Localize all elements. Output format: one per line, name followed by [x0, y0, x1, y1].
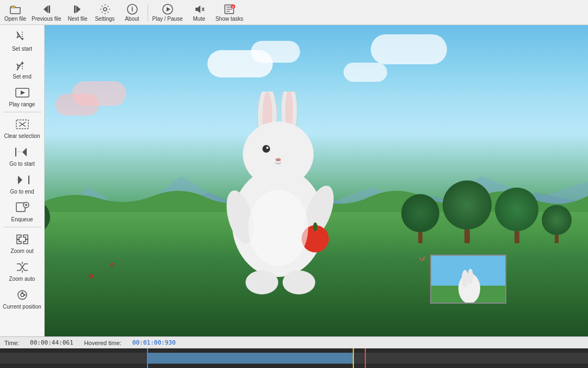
svg-marker-9	[167, 7, 170, 11]
open-file-button[interactable]: Open file	[2, 1, 28, 24]
time-label: Time:	[4, 340, 19, 346]
tree-group-right	[401, 180, 572, 243]
flower-left-2: ✿	[110, 262, 114, 268]
play-range-button[interactable]: Play range	[2, 83, 43, 110]
show-tasks-icon: 1	[223, 3, 236, 15]
cloud-4	[371, 34, 447, 64]
prev-file-icon	[40, 3, 53, 15]
preview-thumb-inner	[431, 256, 505, 303]
timeline-marker-current[interactable]	[353, 348, 354, 368]
cloud-3	[344, 63, 387, 82]
next-file-label: Next file	[68, 16, 87, 22]
svg-marker-3	[76, 5, 81, 13]
current-position-button[interactable]: Current position	[2, 285, 43, 312]
toolbar: Open file Previous file Next file Settin…	[0, 0, 588, 25]
play-pause-button[interactable]: Play / Pause	[150, 1, 185, 24]
svg-point-50	[266, 147, 268, 149]
mute-button[interactable]: Mute	[186, 1, 212, 24]
toolbar-separator-1	[148, 4, 148, 21]
svg-marker-30	[22, 148, 27, 156]
cloud-6	[56, 94, 99, 116]
clear-selection-button[interactable]: Clear selection	[2, 114, 43, 141]
play-range-icon	[14, 85, 31, 100]
clear-selection-label: Clear selection	[4, 133, 40, 139]
mute-label: Mute	[193, 16, 205, 22]
current-position-icon	[14, 287, 31, 303]
time-value: 00:00:44:061	[30, 339, 73, 346]
next-file-button[interactable]: Next file	[65, 1, 91, 24]
show-tasks-button[interactable]: 1 Show tasks	[213, 1, 246, 24]
sidebar: Set start Set end Play range	[0, 25, 45, 336]
butterfly-1: 🦋	[419, 256, 425, 262]
go-to-start-icon: ···	[14, 144, 31, 160]
timeline[interactable]	[0, 348, 588, 368]
play-pause-label: Play / Pause	[152, 16, 183, 22]
svg-point-5	[103, 8, 107, 11]
svg-point-59	[248, 190, 308, 266]
bunny-character	[218, 92, 360, 299]
zoom-out-icon	[14, 232, 31, 247]
enqueue-button[interactable]: Enqueue	[2, 198, 43, 225]
svg-marker-1	[44, 5, 48, 13]
svg-marker-24	[21, 91, 25, 95]
tree-group-left	[45, 201, 50, 243]
settings-icon	[99, 3, 112, 15]
play-pause-icon	[161, 3, 174, 15]
clear-selection-icon	[14, 117, 31, 132]
prev-file-button[interactable]: Previous file	[29, 1, 63, 24]
timeline-marker-end[interactable]	[365, 348, 366, 368]
set-end-label: Set end	[13, 74, 31, 80]
hovered-time-label: Hovered time:	[84, 340, 121, 346]
enqueue-label: Enqueue	[11, 216, 33, 222]
zoom-out-label: Zoom out	[10, 248, 33, 254]
statusbar: Time: 00:00:44:061 Hovered time: 00:01:0…	[0, 336, 588, 348]
zoom-out-button[interactable]: Zoom out	[2, 230, 43, 256]
svg-point-51	[275, 158, 281, 161]
svg-marker-43	[24, 294, 26, 296]
svg-text:···: ···	[17, 149, 22, 154]
go-to-start-button[interactable]: ··· Go to start	[2, 142, 43, 169]
next-file-icon	[71, 3, 84, 15]
open-file-icon	[9, 3, 22, 15]
svg-point-58	[283, 270, 315, 294]
set-start-button[interactable]: Set start	[2, 27, 43, 54]
svg-rect-4	[74, 5, 76, 13]
set-start-icon	[14, 29, 31, 45]
svg-point-63	[462, 270, 468, 287]
enqueue-icon	[14, 200, 31, 215]
go-to-start-label: Go to start	[9, 161, 35, 167]
svg-point-64	[468, 269, 473, 284]
play-range-label: Play range	[9, 101, 35, 107]
svg-point-57	[246, 270, 278, 294]
svg-marker-42	[21, 291, 23, 293]
svg-marker-22	[21, 62, 24, 64]
zoom-auto-icon	[14, 260, 31, 275]
zoom-auto-label: Zoom auto	[9, 276, 35, 282]
video-canvas: ✿ ✿ 🦋 🦋	[45, 25, 588, 336]
timeline-marker-start[interactable]	[147, 348, 148, 368]
main-area: Set start Set end Play range	[0, 25, 588, 336]
settings-button[interactable]: Settings	[92, 1, 118, 24]
svg-point-41	[21, 293, 24, 297]
prev-file-label: Previous file	[32, 16, 61, 22]
open-file-label: Open file	[4, 16, 26, 22]
go-to-end-label: Go to end	[10, 189, 34, 195]
svg-point-49	[262, 145, 270, 153]
svg-marker-10	[195, 5, 200, 13]
timeline-selection[interactable]	[147, 353, 353, 364]
go-to-end-button[interactable]: ··· Go to end	[2, 170, 43, 197]
svg-rect-2	[48, 5, 50, 13]
set-end-icon	[14, 57, 31, 73]
go-to-end-icon: ···	[14, 172, 31, 188]
show-tasks-label: Show tasks	[216, 16, 243, 22]
sidebar-sep-2	[3, 227, 41, 227]
zoom-auto-button[interactable]: Zoom auto	[2, 257, 43, 284]
sidebar-sep-1	[3, 112, 41, 112]
set-end-button[interactable]: Set end	[2, 55, 43, 82]
svg-text:i: i	[131, 5, 133, 13]
about-icon: i	[126, 3, 139, 15]
about-button[interactable]: i About	[119, 1, 145, 24]
mute-icon	[193, 3, 206, 15]
about-label: About	[125, 16, 139, 22]
video-area[interactable]: ✿ ✿ 🦋 🦋	[45, 25, 588, 336]
